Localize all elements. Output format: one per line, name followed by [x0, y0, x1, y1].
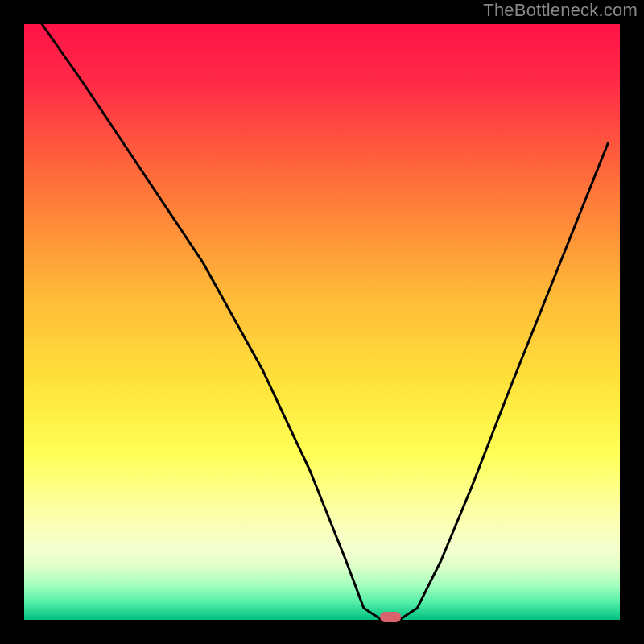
optimal-marker: [380, 612, 401, 622]
chart-stage: TheBottleneck.com: [0, 0, 644, 644]
watermark-text: TheBottleneck.com: [483, 0, 638, 21]
plot-background: [24, 24, 620, 620]
chart-svg: [0, 0, 644, 644]
